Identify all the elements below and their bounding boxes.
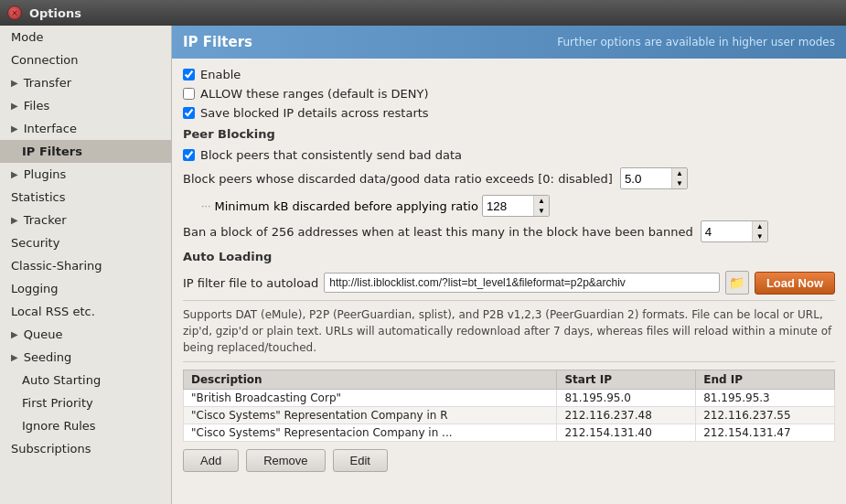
expand-arrow-icon: ▶ [11,352,18,362]
titlebar: × Options [0,0,846,26]
content-body: Enable ALLOW these ranges (default is DE… [172,59,846,504]
col-description: Description [184,370,557,390]
table-body: "British Broadcasting Corp"81.195.95.081… [184,390,835,442]
enable-checkbox[interactable] [183,69,195,80]
sidebar-item-label: Mode [11,30,43,44]
cell-start-ip: 81.195.95.0 [557,390,696,407]
min-kb-up[interactable]: ▲ [534,196,549,206]
ratio-down[interactable]: ▼ [672,178,687,188]
save-row: Save blocked IP details across restarts [183,106,835,120]
expand-arrow-icon: ▶ [11,169,18,179]
filter-url-row: IP filter file to autoload http://list.i… [183,271,835,295]
allow-checkbox[interactable] [183,88,195,100]
sidebar-item-auto-starting[interactable]: Auto Starting [0,369,171,391]
sidebar-item-label: Interface [24,122,77,135]
ban-down[interactable]: ▼ [753,231,767,241]
add-button[interactable]: Add [183,449,239,472]
ratio-row: Block peers whose discarded data/good da… [183,167,835,189]
filter-url-label: IP filter file to autoload [183,276,318,290]
sidebar-item-label: IP Filters [22,145,82,158]
ban-label: Ban a block of 256 addresses when at lea… [183,225,693,239]
sidebar-item-label: Local RSS etc. [11,305,95,318]
save-checkbox[interactable] [183,107,195,119]
sidebar-item-ignore-rules[interactable]: Ignore Rules [0,414,171,437]
sidebar-item-label: Connection [11,53,79,67]
block-peers-label[interactable]: Block peers that consistently send bad d… [200,148,462,162]
sidebar-item-classic-sharing[interactable]: Classic-Sharing [0,254,171,277]
sidebar-item-first-priority[interactable]: First Priority [0,391,171,414]
allow-label[interactable]: ALLOW these ranges (default is DENY) [200,87,429,101]
enable-row: Enable [183,68,835,81]
sidebar-item-queue[interactable]: ▶Queue [0,323,171,346]
sidebar-item-label: Classic-Sharing [11,259,102,273]
cell-description: "British Broadcasting Corp" [184,390,557,407]
ban-spinbuttons: ▲ ▼ [752,221,767,241]
sidebar-item-local-rss[interactable]: Local RSS etc. [0,300,171,323]
sidebar-item-files[interactable]: ▶Files [0,94,171,117]
block-peers-checkbox[interactable] [183,149,195,161]
min-kb-spin[interactable]: ▲ ▼ [482,195,550,217]
sidebar-item-ip-filters[interactable]: IP Filters [0,140,171,163]
main-container: ModeConnection▶Transfer▶Files▶InterfaceI… [0,26,846,504]
sidebar-item-logging[interactable]: Logging [0,277,171,300]
info-text: Supports DAT (eMule), P2P (PeerGuardian,… [183,300,835,362]
table-row[interactable]: "Cisco Systems" Representation Company i… [184,407,835,424]
ban-input[interactable] [701,223,752,241]
sidebar-item-label: Seeding [24,350,72,364]
indent-indicator: ··· [201,200,211,212]
cell-start-ip: 212.154.131.40 [557,424,696,442]
sidebar-item-mode[interactable]: Mode [0,26,171,48]
sidebar-item-security[interactable]: Security [0,231,171,254]
ratio-spinbuttons: ▲ ▼ [671,168,687,188]
table-row[interactable]: "Cisco Systems" Representacion Company i… [184,424,835,442]
sidebar-item-interface[interactable]: ▶Interface [0,117,171,140]
content-area: IP Filters Further options are available… [172,26,846,504]
edit-button[interactable]: Edit [333,449,388,472]
table-header-row: Description Start IP End IP [184,370,835,390]
cell-description: "Cisco Systems" Representation Company i… [184,407,557,424]
min-kb-input[interactable] [483,198,533,215]
sidebar-item-label: Ignore Rules [22,419,96,433]
sidebar: ModeConnection▶Transfer▶Files▶InterfaceI… [0,26,172,504]
sidebar-item-plugins[interactable]: ▶Plugins [0,163,171,186]
table-actions: Add Remove Edit [183,442,835,476]
browse-button[interactable]: 📁 [725,271,749,295]
sidebar-item-connection[interactable]: Connection [0,48,171,71]
expand-arrow-icon: ▶ [11,215,18,225]
cell-start-ip: 212.116.237.48 [557,407,696,424]
ban-up[interactable]: ▲ [753,221,767,231]
sidebar-item-label: Queue [24,327,63,341]
expand-arrow-icon: ▶ [11,123,18,134]
table-row[interactable]: "British Broadcasting Corp"81.195.95.081… [184,390,835,407]
col-start-ip: Start IP [557,370,696,390]
enable-label[interactable]: Enable [200,68,241,81]
section-hint: Further options are available in higher … [557,36,835,48]
min-kb-down[interactable]: ▼ [534,206,549,216]
sidebar-item-seeding[interactable]: ▶Seeding [0,346,171,369]
sidebar-item-label: Files [24,99,50,113]
ratio-up[interactable]: ▲ [672,168,687,178]
remove-button[interactable]: Remove [246,449,325,472]
save-label[interactable]: Save blocked IP details across restarts [200,106,429,120]
sidebar-item-statistics[interactable]: Statistics [0,186,171,209]
expand-arrow-icon: ▶ [11,329,18,339]
sidebar-item-label: Tracker [24,213,67,227]
expand-arrow-icon: ▶ [11,78,18,88]
sidebar-item-label: Subscriptions [11,442,91,456]
sidebar-item-label: Transfer [24,76,71,90]
sidebar-item-tracker[interactable]: ▶Tracker [0,209,171,231]
filter-url-input[interactable]: http://list.iblocklist.com/?list=bt_leve… [324,273,720,293]
window-title: Options [29,6,81,20]
ratio-spin[interactable]: ▲ ▼ [620,167,688,189]
sidebar-item-label: First Priority [22,396,93,410]
sidebar-item-label: Logging [11,282,59,295]
load-now-button[interactable]: Load Now [755,272,835,295]
min-kb-row: ··· Minimum kB discarded before applying… [183,195,835,217]
sidebar-item-subscriptions[interactable]: Subscriptions [0,437,171,460]
ban-spin[interactable]: ▲ ▼ [701,220,768,242]
sidebar-item-transfer[interactable]: ▶Transfer [0,71,171,94]
close-button[interactable]: × [7,5,22,20]
content-header: IP Filters Further options are available… [172,26,846,59]
ratio-input[interactable] [621,170,671,188]
cell-end-ip: 81.195.95.3 [696,390,835,407]
